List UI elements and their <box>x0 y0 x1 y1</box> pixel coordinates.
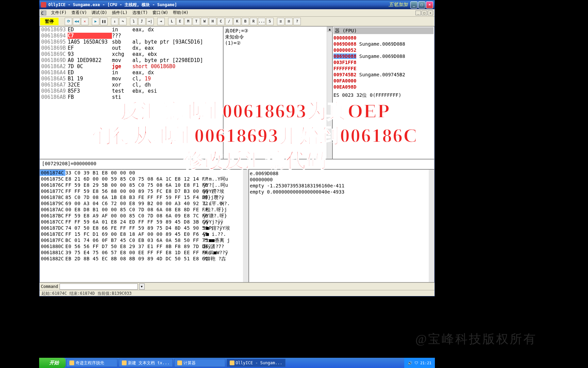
register-line[interactable]: 0069D088 Sungame.0069D088 <box>333 53 434 59</box>
hex-row[interactable]: 006187FCBC 01 74 06 0F B7 45 C0 EB 03 6A… <box>40 237 248 243</box>
window-k-button[interactable]: K <box>233 18 241 25</box>
taskbar-item[interactable]: 新建 文本文档 tx... <box>119 359 173 367</box>
system-tray[interactable]: 🔊 🛡 21:21 <box>404 358 435 368</box>
disasm-row[interactable]: 006186A27D 0Cjgeshort 006186B0 <box>40 63 223 70</box>
help-button[interactable]: ? <box>293 18 301 25</box>
window-...-button[interactable]: ... <box>258 18 265 25</box>
window-l-button[interactable]: L <box>168 18 176 25</box>
window-t-button[interactable]: T <box>193 18 200 25</box>
window-b-button[interactable]: B <box>242 18 249 25</box>
scrollbar[interactable] <box>243 170 248 282</box>
settings1-button[interactable]: ≡ <box>277 18 284 25</box>
hex-row[interactable]: 006187DC74 07 50 E8 66 FE FF FF 59 89 75… <box>40 225 248 231</box>
disasm-row[interactable]: 006186951A05 165DAC93sbbal, byte ptr [93… <box>40 39 223 45</box>
register-line[interactable]: 00FA0000 <box>333 78 434 84</box>
stack-pane[interactable]: e.0069D08800000000empty -1.2530739538183… <box>249 169 435 282</box>
execute-till-button[interactable]: →| <box>146 18 154 25</box>
hex-row[interactable]: 0061875CE8 21 6D 00 00 59 85 C0 75 08 6A… <box>40 176 248 182</box>
command-dropdown[interactable]: ▼ <box>139 283 145 290</box>
close-button[interactable]: × <box>426 1 433 9</box>
mdi-close[interactable]: × <box>428 11 433 15</box>
menu-view[interactable]: 查看(V) <box>69 9 89 16</box>
register-line[interactable]: 009745B2 Sungame.009745B2 <box>333 72 434 78</box>
register-line[interactable]: 00000052 <box>333 47 434 53</box>
scrollbar[interactable]: ▲ <box>327 27 332 159</box>
stack-line[interactable]: e.0069D088 <box>250 170 434 177</box>
step-over-button[interactable]: ↷ <box>119 18 127 25</box>
command-input[interactable] <box>60 283 138 290</box>
window-c-button[interactable]: C <box>217 18 225 25</box>
taskbar-item[interactable]: 奇迹主程序脱壳 <box>66 359 117 367</box>
disasm-row[interactable]: 0061869C93xchgeax, ebx <box>40 51 223 57</box>
restart-button[interactable]: ⟳ <box>65 18 72 25</box>
hex-row[interactable]: 006187BCFF 59 E8 A9 AF 00 00 85 C0 7D 08… <box>40 213 248 219</box>
disassembly-pane[interactable]: 00618693EDineax, dx00618694C7???00618695… <box>39 26 223 159</box>
hex-row[interactable]: 006187ECFF 15 FC D1 69 00 E8 18 AF 00 00… <box>40 231 248 237</box>
hex-row[interactable]: 0061881C39 75 E4 75 06 57 E8 00 EE FF FF… <box>40 249 248 256</box>
hex-row[interactable]: 0061874C33 C0 39 B1 E8 00 00 00 <box>40 170 248 176</box>
status-bar: 起始:61874C 结束:61874D 当前值:B139C033 <box>39 290 435 296</box>
goto-button[interactable]: ⇥ <box>157 18 165 25</box>
disasm-row[interactable]: 006186A985F3testebx, esi <box>40 88 223 94</box>
tray-icon[interactable]: 🛡 <box>414 361 418 365</box>
register-line[interactable]: 0069D088 Sungame.0069D088 <box>333 41 434 47</box>
window-h-button[interactable]: H <box>209 18 216 25</box>
disasm-row[interactable]: 0061869DA0 1DED9822moval, byte ptr [2298… <box>40 57 223 63</box>
window-/-button[interactable]: / <box>225 18 233 25</box>
disasm-row[interactable]: 00618694C7??? <box>40 33 223 39</box>
window-w-button[interactable]: W <box>201 18 208 25</box>
hex-row[interactable]: 0061879C69 00 A3 04 C6 72 00 E8 99 B2 00… <box>40 200 248 206</box>
mdi-icon[interactable]: C <box>41 11 46 15</box>
window-r-button[interactable]: R <box>250 18 257 25</box>
disasm-row[interactable]: 006186A5B1 19movcl, 19 <box>40 76 223 82</box>
mdi-restore[interactable]: □ <box>422 11 427 15</box>
app-icon <box>41 2 46 7</box>
menu-help[interactable]: 帮助(H) <box>171 9 191 16</box>
scrollbar[interactable] <box>429 170 434 282</box>
menu-options[interactable]: 选项(T) <box>130 9 150 16</box>
step-into-button[interactable]: ↓ <box>111 18 118 25</box>
menu-window[interactable]: 窗口(W) <box>150 9 170 16</box>
disasm-row[interactable]: 0061869BEFoutdx, eax <box>40 45 223 51</box>
comment-pane[interactable]: 真OEP;=③ 未知命令 (1)=② ▲ <box>223 26 332 159</box>
trace-over-button[interactable]: ⤴ <box>138 18 146 25</box>
hex-row[interactable]: 006187AC00 E8 D8 B1 00 00 85 C0 7D 08 6A… <box>40 206 248 213</box>
hexdump-pane[interactable]: 0061874C33 C0 39 B1 E8 00 00 000061875CE… <box>39 169 249 282</box>
mdi-minimize[interactable]: _ <box>415 11 421 15</box>
register-line[interactable]: 003F1FF8 <box>333 59 434 65</box>
register-line[interactable]: FFFFFFFE <box>333 65 434 72</box>
window-s-button[interactable]: S <box>266 18 274 25</box>
menu-debug[interactable]: 调试(D) <box>89 9 109 16</box>
window-m-button[interactable]: M <box>184 18 192 25</box>
menu-plugins[interactable]: 插件(L) <box>110 9 130 16</box>
hex-row[interactable]: 0061877CFF FF 59 E8 56 88 00 00 89 75 FC… <box>40 188 248 194</box>
rewind-button[interactable]: ◀◀ <box>73 18 80 25</box>
register-line[interactable]: 00EA098D <box>333 84 434 90</box>
tray-icon[interactable]: 🔊 <box>408 361 412 365</box>
hex-row[interactable]: 0061876CFF 59 E8 29 5B 00 00 85 C0 75 08… <box>40 182 248 188</box>
maximize-button[interactable]: □ <box>418 1 425 9</box>
hex-row[interactable]: 0061880CE0 56 56 FF D7 50 E8 29 37 E1 FF… <box>40 243 248 249</box>
pause-button[interactable]: ❚❚ <box>100 18 108 25</box>
hex-row[interactable]: 006187CCFF FF 59 6A 01 E8 24 ED FF FF 59… <box>40 219 248 225</box>
stack-line[interactable]: 00000000 <box>250 177 434 183</box>
start-button[interactable]: 开始 <box>39 358 66 368</box>
registers-header: 器 (FPU) <box>333 27 434 34</box>
settings2-button[interactable]: ⊞ <box>285 18 293 25</box>
disasm-row[interactable]: 006186A732CExorcl, dh <box>40 82 223 88</box>
disasm-row[interactable]: 006186A4EDineax, dx <box>40 70 223 76</box>
menu-file[interactable]: 文件(F) <box>49 9 69 16</box>
registers-pane[interactable]: 器 (FPU) 000000800069D088 Sungame.0069D08… <box>332 26 435 159</box>
hex-row[interactable]: 0061878C85 C0 7D 08 6A 1B E8 B3 FE FF FF… <box>40 194 248 200</box>
minimize-button[interactable]: _ <box>410 1 418 9</box>
disasm-row[interactable]: 006186ABFBsti <box>40 94 223 100</box>
hex-row[interactable]: 0061882CEB 2D 8B 45 EC 8B 08 8B 09 89 4D… <box>40 256 248 262</box>
taskbar-item[interactable]: OllyICE - Sungam... <box>227 359 285 367</box>
window-e-button[interactable]: E <box>176 18 184 25</box>
close-debug-button[interactable]: ✕ <box>81 18 88 25</box>
trace-into-button[interactable]: ⤵ <box>130 18 137 25</box>
taskbar-item[interactable]: 计算器 <box>174 359 225 367</box>
run-button[interactable]: ▶ <box>92 18 99 25</box>
disasm-row[interactable]: 00618693EDineax, dx <box>40 27 223 33</box>
register-line[interactable]: 00000080 <box>333 35 434 41</box>
